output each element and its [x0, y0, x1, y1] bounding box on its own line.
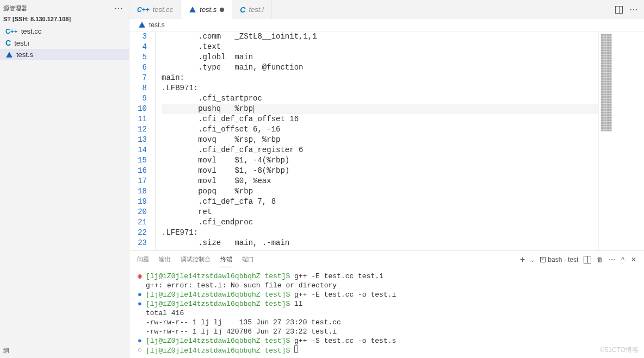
code-line[interactable]: main:	[162, 73, 598, 83]
terminal-dropdown-icon[interactable]: ⌄	[530, 257, 535, 263]
terminal-line: ●[lj@iZ0jle14tzstdawl6qbbqhZ test]$ g++ …	[137, 336, 636, 346]
editor-tabs: C++test.cctest.sCtest.i ⋯	[129, 0, 644, 19]
asm-file-icon	[138, 21, 146, 29]
code-line[interactable]: popq %rbp	[162, 186, 598, 197]
code-line[interactable]: movl $0, %eax	[162, 176, 598, 186]
terminal-name[interactable]: bash - test	[540, 256, 578, 263]
panel-tab-2[interactable]: 调试控制台	[181, 252, 210, 267]
tab-label: test.s	[200, 5, 216, 14]
terminal-line: -rw-rw-r-- 1 lj lj 135 Jun 27 23:20 test…	[137, 318, 636, 327]
cpp-file-icon: C++	[5, 28, 18, 35]
close-panel-icon[interactable]: ✕	[631, 256, 636, 263]
kill-terminal-icon[interactable]	[597, 256, 603, 263]
panel-tab-1[interactable]: 输出	[159, 252, 171, 267]
explorer-more-icon[interactable]: ⋯	[114, 3, 123, 14]
panel-tab-3[interactable]: 终端	[220, 252, 232, 267]
panel-tab-4[interactable]: 端口	[242, 252, 254, 267]
panel-more-icon[interactable]: ⋯	[609, 256, 616, 263]
terminal-line: ◉[lj@iZ0jle14tzstdawl6qbbqhZ test]$ g++ …	[137, 272, 636, 281]
code-line[interactable]: .LFE971:	[162, 228, 598, 238]
code-line[interactable]: .comm _ZStL8__ioinit,1,1	[162, 32, 598, 42]
code-line[interactable]: pushq %rbp	[162, 104, 598, 114]
tab-label: test.cc	[153, 5, 174, 14]
file-item-test.s[interactable]: test.s	[0, 49, 129, 60]
file-label: test.i	[14, 39, 29, 47]
cpp-file-icon: C++	[137, 6, 150, 14]
file-item-test.i[interactable]: Ctest.i	[0, 37, 129, 49]
code-line[interactable]: .cfi_def_cfa_register 6	[162, 145, 598, 155]
explorer-title: 源管理器	[3, 4, 27, 12]
code-line[interactable]: ret	[162, 207, 598, 217]
file-item-test.cc[interactable]: C++test.cc	[0, 26, 129, 37]
tab-label: test.i	[249, 5, 263, 14]
code-line[interactable]: .text	[162, 42, 598, 52]
code-line[interactable]: .cfi_startproc	[162, 93, 598, 104]
modified-dot-icon	[220, 8, 224, 12]
breadcrumb-label: test.s	[149, 21, 165, 29]
shell-icon	[540, 257, 546, 262]
c-file-icon: C	[5, 39, 11, 47]
remote-host-label[interactable]: ST [SSH: 8.130.127.108]	[0, 15, 129, 26]
asm-file-icon	[5, 51, 13, 59]
bottom-panel: 问题输出调试控制台终端端口 + ⌄ bash - test ⋯ ^ ✕ ◉[lj…	[129, 250, 644, 358]
terminal-line: g++: error: test.i: No such file or dire…	[137, 281, 636, 290]
terminal-line: ●[lj@iZ0jle14tzstdawl6qbbqhZ test]$ ll	[137, 299, 636, 309]
tabs-more-icon[interactable]: ⋯	[629, 4, 639, 15]
file-label: test.s	[16, 51, 33, 59]
code-line[interactable]: .globl main	[162, 52, 598, 62]
code-line[interactable]: .LFB971:	[162, 83, 598, 93]
code-line[interactable]: .cfi_def_cfa 7, 8	[162, 197, 598, 207]
code-line[interactable]: .cfi_offset 6, -16	[162, 124, 598, 135]
tab-test.s[interactable]: test.s	[181, 0, 232, 19]
tab-test.i[interactable]: Ctest.i	[232, 0, 272, 19]
asm-file-icon	[189, 6, 196, 14]
code-line[interactable]: .size main, .-main	[162, 238, 598, 248]
code-editor[interactable]: 34567891011121314151617181920212223 .com…	[129, 32, 598, 250]
terminal-line: total 416	[137, 309, 636, 318]
code-line[interactable]: .cfi_endproc	[162, 217, 598, 228]
terminal-line: ●[lj@iZ0jle14tzstdawl6qbbqhZ test]$ g++ …	[137, 290, 636, 299]
c-file-icon: C	[240, 5, 245, 14]
panel-tab-0[interactable]: 问题	[137, 252, 149, 267]
code-line[interactable]: movl $1, -8(%rbp)	[162, 166, 598, 176]
split-terminal-icon[interactable]	[584, 256, 591, 263]
tab-test.cc[interactable]: C++test.cc	[129, 0, 181, 19]
collapse-panel-icon[interactable]: ^	[621, 256, 626, 263]
code-line[interactable]: .cfi_def_cfa_offset 16	[162, 114, 598, 124]
breadcrumb[interactable]: test.s	[129, 19, 644, 32]
code-line[interactable]: movq %rsp, %rbp	[162, 135, 598, 145]
explorer-sidebar: 源管理器 ⋯ ST [SSH: 8.130.127.108] C++test.c…	[0, 0, 129, 358]
terminal-line: ○[lj@iZ0jle14tzstdawl6qbbqhZ test]$	[137, 346, 636, 355]
code-line[interactable]: movl $1, -4(%rbp)	[162, 155, 598, 166]
watermark: ©51CTO博客	[600, 346, 639, 355]
file-label: test.cc	[21, 27, 42, 35]
terminal-output[interactable]: ◉[lj@iZ0jle14tzstdawl6qbbqhZ test]$ g++ …	[129, 268, 644, 358]
outline-section[interactable]: 纲	[0, 343, 129, 358]
terminal-line: -rw-rw-r-- 1 lj lj 420786 Jun 27 23:22 t…	[137, 327, 636, 336]
code-line[interactable]: .type main, @function	[162, 62, 598, 73]
minimap[interactable]: ████ ███ ██████████ ███ ██████████ ███ █…	[598, 32, 644, 250]
split-editor-icon[interactable]	[615, 6, 623, 14]
new-terminal-icon[interactable]: +	[520, 255, 525, 265]
